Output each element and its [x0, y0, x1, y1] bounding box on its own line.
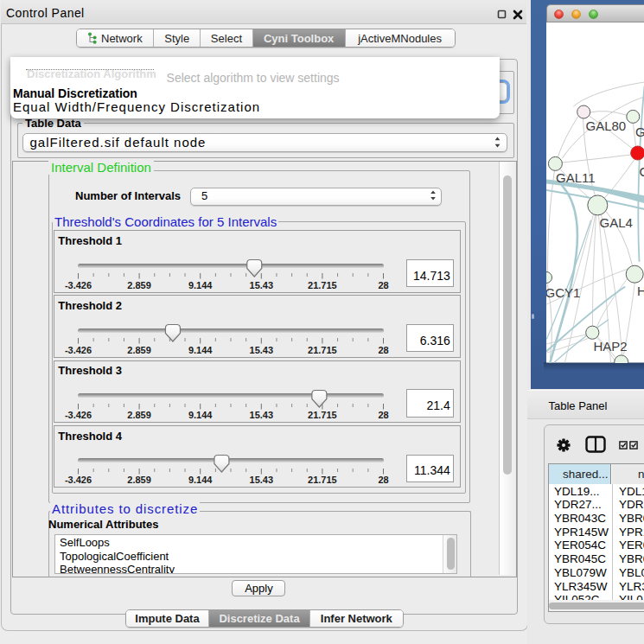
svg-text:GA: GA	[635, 124, 644, 139]
svg-text:GAL80: GAL80	[585, 118, 626, 133]
svg-text:C: C	[639, 164, 644, 179]
svg-text:GCY1: GCY1	[546, 285, 580, 300]
svg-text:HAP2: HAP2	[593, 339, 627, 354]
svg-text:HI: HI	[637, 284, 644, 298]
svg-text:GAL11: GAL11	[556, 170, 596, 185]
svg-text:GAL4: GAL4	[599, 215, 632, 230]
